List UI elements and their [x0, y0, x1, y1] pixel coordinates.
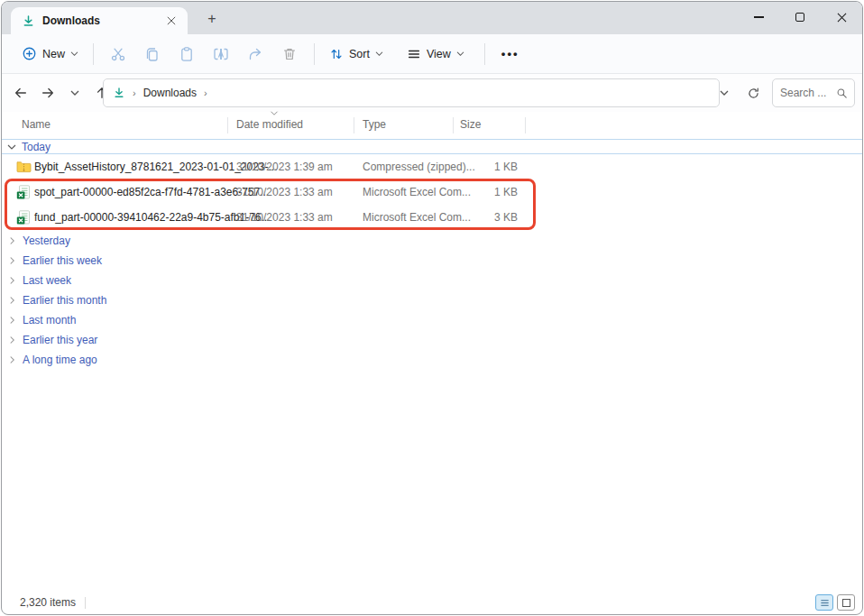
share-icon [247, 46, 263, 62]
column-divider[interactable] [525, 117, 526, 133]
view-button-label: View [427, 48, 451, 60]
file-date: 31/10/2023 1:33 am [236, 211, 333, 224]
file-name: fund_part-00000-39410462-22a9-4b75-afb1-… [34, 211, 271, 224]
file-date: 31/10/2023 1:33 am [236, 186, 333, 198]
file-date: 31/10/2023 1:39 am [236, 161, 333, 173]
chevron-right-icon [9, 276, 15, 285]
more-options-button[interactable]: ••• [501, 47, 519, 60]
sort-arrows-icon [329, 47, 344, 61]
column-divider[interactable] [354, 117, 354, 133]
group-header-earlier-this-year[interactable]: Earlier this year [2, 330, 862, 350]
list-lines-icon [407, 47, 421, 61]
large-icons-view-button[interactable] [837, 594, 855, 611]
search-input[interactable] [780, 87, 832, 99]
file-row-spot[interactable]: spot_part-00000-ed85f2ca-f7fd-4781-a3e6-… [2, 179, 862, 205]
excel-file-icon [16, 210, 31, 225]
forward-button[interactable] [36, 81, 60, 105]
search-icon [836, 87, 848, 99]
maximize-button[interactable] [779, 2, 821, 32]
toolbar-separator [484, 43, 485, 65]
paste-button[interactable] [170, 41, 204, 68]
file-row-zip[interactable]: Bybit_AssetHistory_8781621_2023-01-01_20… [2, 154, 862, 179]
column-header-type[interactable]: Type [363, 118, 386, 131]
file-name: spot_part-00000-ed85f2ca-f7fd-4781-a3e6-… [34, 186, 269, 198]
status-separator [85, 597, 86, 609]
minimize-icon [754, 16, 764, 17]
back-button[interactable] [9, 81, 32, 105]
tab-downloads[interactable]: Downloads [11, 7, 188, 34]
group-label: Last month [23, 314, 76, 326]
group-header-yesterday[interactable]: Yesterday [2, 231, 862, 251]
group-label: Earlier this year [23, 334, 97, 346]
sort-direction-icon [270, 110, 279, 116]
column-header-size[interactable]: Size [460, 118, 481, 131]
address-tools [712, 78, 765, 107]
forward-arrow-icon [41, 86, 55, 100]
command-toolbar: New [2, 34, 862, 74]
copy-icon [144, 46, 161, 62]
group-header-earlier-this-month[interactable]: Earlier this month [2, 290, 862, 310]
group-header-a-long-time-ago[interactable]: A long time ago [2, 350, 862, 370]
group-label: A long time ago [23, 354, 97, 366]
address-dropdown-button[interactable] [712, 81, 736, 105]
refresh-icon [747, 87, 760, 100]
chevron-right-icon [9, 316, 15, 325]
cut-button[interactable] [101, 41, 135, 68]
maximize-icon [795, 13, 804, 22]
trash-icon [281, 46, 298, 62]
group-label: Earlier this month [23, 294, 106, 307]
tab-close-icon[interactable] [162, 12, 180, 30]
column-divider[interactable] [453, 117, 454, 133]
chevron-down-icon [456, 51, 464, 57]
view-button[interactable]: View [400, 41, 472, 67]
chevron-down-icon [70, 51, 78, 57]
search-box[interactable] [772, 78, 855, 107]
close-button[interactable] [821, 2, 862, 32]
minimize-button[interactable] [738, 2, 779, 32]
items-count: 2,320 items [20, 596, 76, 609]
chevron-down-icon [375, 51, 383, 57]
address-row: › Downloads › [2, 74, 862, 112]
copy-button[interactable] [135, 41, 170, 68]
column-header-name[interactable]: Name [22, 118, 51, 131]
scissors-icon [110, 46, 126, 62]
column-divider[interactable] [227, 117, 228, 133]
details-view-button[interactable] [815, 594, 833, 611]
refresh-button[interactable] [741, 81, 765, 105]
column-header-date-modified[interactable]: Date modified [236, 118, 303, 131]
chevron-right-icon [9, 256, 15, 265]
delete-button[interactable] [272, 41, 307, 68]
recent-locations-button[interactable] [63, 81, 87, 105]
group-header-today[interactable]: Today [2, 139, 862, 154]
download-icon [113, 87, 125, 99]
group-header-last-month[interactable]: Last month [2, 310, 862, 330]
group-label: Yesterday [23, 234, 70, 247]
new-button[interactable]: New [14, 41, 86, 67]
collapsed-groups: Yesterday Earlier this week Last week Ea… [2, 231, 862, 370]
address-bar[interactable]: › Downloads › [103, 78, 720, 107]
share-button[interactable] [238, 41, 272, 68]
sort-button-label: Sort [349, 48, 370, 60]
view-toggles [815, 594, 855, 611]
rename-button[interactable] [204, 41, 238, 68]
group-label: Last week [23, 274, 71, 287]
window-controls [738, 2, 862, 32]
chevron-right-icon [9, 355, 15, 364]
chevron-down-icon [70, 89, 79, 97]
tab-bar: Downloads + [2, 2, 862, 34]
zip-folder-icon [16, 160, 32, 173]
breadcrumb-downloads[interactable]: Downloads [143, 87, 197, 99]
group-header-last-week[interactable]: Last week [2, 271, 862, 290]
chevron-right-icon [9, 296, 15, 305]
circle-plus-icon [22, 46, 37, 61]
tab-label: Downloads [42, 14, 155, 27]
breadcrumb-separator: › [133, 87, 136, 98]
toolbar-separator [93, 43, 94, 65]
navigation-buttons [2, 81, 114, 105]
file-row-fund[interactable]: fund_part-00000-39410462-22a9-4b75-afb1-… [2, 205, 862, 230]
group-header-earlier-this-week[interactable]: Earlier this week [2, 251, 862, 271]
sort-button[interactable]: Sort [322, 41, 391, 67]
details-view-icon [820, 598, 830, 608]
new-button-label: New [42, 48, 65, 60]
new-tab-button[interactable]: + [202, 9, 222, 29]
